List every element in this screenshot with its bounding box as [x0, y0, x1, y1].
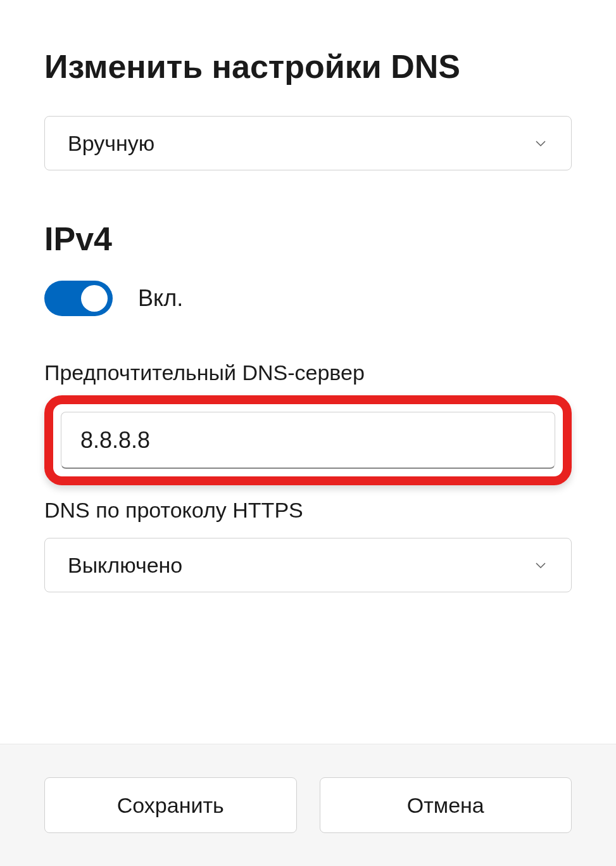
ipv4-heading: IPv4 — [44, 220, 572, 258]
dialog-title: Изменить настройки DNS — [44, 48, 572, 86]
cancel-button[interactable]: Отмена — [320, 777, 572, 833]
chevron-down-icon — [533, 557, 548, 573]
ipv4-toggle-label: Вкл. — [138, 285, 183, 312]
dns-settings-dialog: Изменить настройки DNS Вручную IPv4 Вкл.… — [0, 0, 616, 866]
preferred-dns-input[interactable] — [61, 412, 555, 469]
dialog-content: Изменить настройки DNS Вручную IPv4 Вкл.… — [0, 0, 616, 744]
dns-https-dropdown[interactable]: Выключено — [44, 538, 572, 592]
dns-mode-dropdown[interactable]: Вручную — [44, 116, 572, 170]
dns-https-selected: Выключено — [68, 553, 182, 578]
toggle-thumb — [81, 285, 108, 312]
dialog-footer: Сохранить Отмена — [0, 744, 616, 866]
highlight-annotation — [44, 395, 572, 485]
chevron-down-icon — [533, 136, 548, 151]
save-button[interactable]: Сохранить — [44, 777, 297, 833]
dns-mode-selected: Вручную — [68, 131, 154, 156]
preferred-dns-label: Предпочтительный DNS-сервер — [44, 360, 572, 385]
dns-https-label: DNS по протоколу HTTPS — [44, 498, 572, 523]
ipv4-toggle[interactable] — [44, 281, 113, 316]
ipv4-toggle-row: Вкл. — [44, 281, 572, 316]
